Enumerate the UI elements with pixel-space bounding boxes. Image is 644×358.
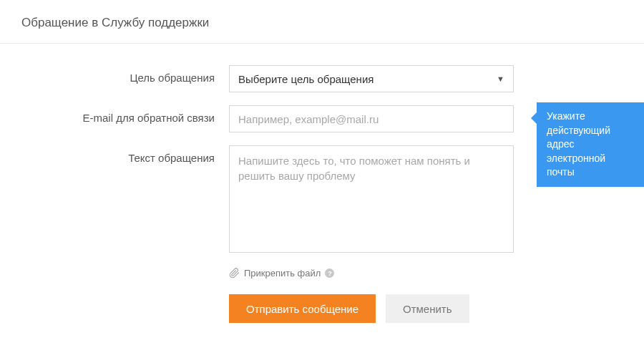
cancel-button[interactable]: Отменить: [386, 294, 469, 323]
message-row: Текст обращения: [21, 145, 623, 255]
message-textarea[interactable]: [229, 145, 514, 253]
submit-button[interactable]: Отправить сообщение: [229, 294, 376, 323]
email-tooltip: Укажите действующий адрес электронной по…: [537, 102, 644, 187]
chevron-down-icon: ▼: [497, 74, 504, 83]
purpose-label: Цель обращения: [21, 65, 229, 84]
email-field[interactable]: [229, 105, 514, 132]
purpose-select[interactable]: Выберите цель обращения ▼: [229, 65, 514, 92]
email-label: E-mail для обратной связи: [21, 105, 229, 124]
tooltip-text: Укажите действующий адрес электронной по…: [547, 110, 610, 178]
attach-file-link[interactable]: Прикрепить файл: [244, 268, 321, 279]
support-form: Цель обращения Выберите цель обращения ▼…: [0, 44, 644, 337]
purpose-row: Цель обращения Выберите цель обращения ▼: [21, 65, 623, 92]
paperclip-icon: [229, 268, 240, 279]
message-label: Текст обращения: [21, 145, 229, 164]
purpose-select-value: Выберите цель обращения: [238, 73, 497, 85]
help-icon[interactable]: ?: [325, 268, 334, 278]
page-title: Обращение в Службу поддержки: [21, 16, 623, 30]
button-row: Отправить сообщение Отменить: [229, 294, 623, 323]
page-header: Обращение в Службу поддержки: [0, 0, 644, 44]
attach-row: Прикрепить файл ?: [229, 268, 623, 279]
